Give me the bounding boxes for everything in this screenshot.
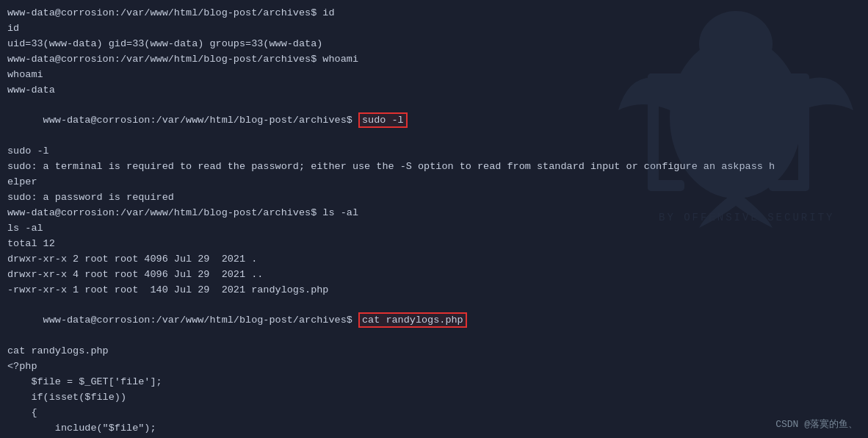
prompt-18: www-data@corrosion:/var/www/html/blog-po… [43,315,358,326]
line-23: { [7,406,861,421]
prompt-7: www-data@corrosion:/var/www/html/blog-po… [43,115,358,126]
line-20: <?php [7,359,861,375]
sudo-l-highlight: sudo -l [358,112,408,128]
line-24: include("$file"); [7,421,861,437]
line-13: ls -al [7,221,861,237]
line-8: sudo -l [7,144,861,159]
cat-randylogs-highlight: cat randylogs.php [358,312,467,328]
line-1: www-data@corrosion:/var/www/html/blog-po… [7,6,861,21]
attribution-text: CSDN @落寞的鱼、 [775,417,858,431]
line-5: whoami [7,68,861,83]
line-7: www-data@corrosion:/var/www/html/blog-po… [7,98,861,145]
line-17: -rwxr-xr-x 1 root root 140 Jul 29 2021 r… [7,283,861,298]
line-3: uid=33(www-data) gid=33(www-data) groups… [7,37,861,52]
line-4: www-data@corrosion:/var/www/html/blog-po… [7,52,861,68]
line-2: id [7,21,861,37]
line-18: www-data@corrosion:/var/www/html/blog-po… [7,298,861,345]
line-6: www-data [7,83,861,98]
line-19: cat randylogs.php [7,344,861,359]
line-9: sudo: a terminal is required to read the… [7,159,861,175]
line-21: $file = $_GET['file']; [7,375,861,390]
line-15: drwxr-xr-x 2 root root 4096 Jul 29 2021 … [7,252,861,268]
line-22: if(isset($file)) [7,390,861,406]
line-12: www-data@corrosion:/var/www/html/blog-po… [7,206,861,221]
terminal-window: BY OFFENSIVE SECURITY www-data@corrosion… [0,0,868,438]
terminal-content: www-data@corrosion:/var/www/html/blog-po… [7,6,861,438]
line-16: drwxr-xr-x 4 root root 4096 Jul 29 2021 … [7,268,861,283]
line-14: total 12 [7,237,861,252]
line-11: sudo: a password is required [7,190,861,206]
line-10: elper [7,175,861,190]
